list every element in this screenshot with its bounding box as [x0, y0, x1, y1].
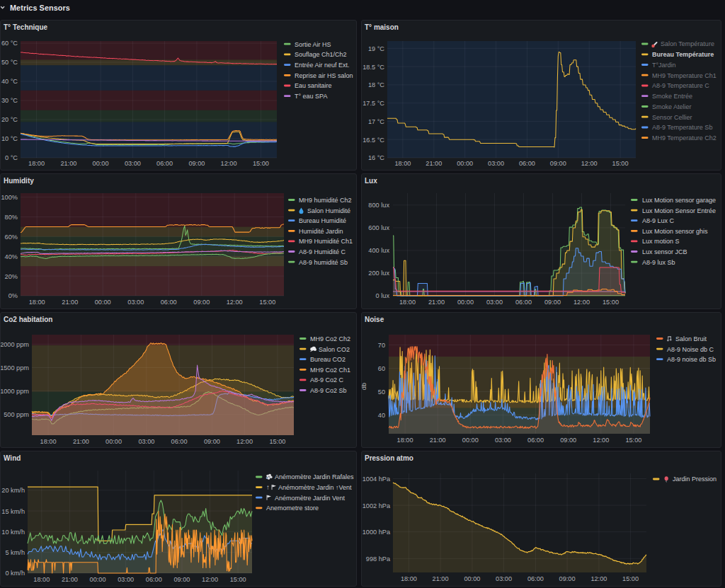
svg-text:40: 40	[378, 412, 385, 419]
svg-text:15:00: 15:00	[622, 575, 639, 582]
svg-text:12:00: 12:00	[236, 438, 253, 445]
svg-text:Humidité Jardin: Humidité Jardin	[299, 228, 343, 235]
svg-text:10 km/h: 10 km/h	[1, 529, 25, 536]
svg-text:1000 hPa: 1000 hPa	[362, 529, 391, 536]
svg-text:00:00: 00:00	[457, 299, 474, 306]
svg-text:db: db	[362, 383, 367, 390]
svg-text:A8-9 Lux C: A8-9 Lux C	[642, 217, 675, 224]
svg-text:Smoke Atelier: Smoke Atelier	[652, 103, 692, 110]
svg-text:15:00: 15:00	[269, 438, 285, 445]
svg-text:09:00: 09:00	[188, 160, 205, 167]
svg-text:03:00: 03:00	[488, 160, 504, 167]
svg-text:50: 50	[378, 388, 385, 396]
svg-text:70: 70	[378, 342, 385, 349]
svg-text:00:00: 00:00	[90, 576, 106, 583]
svg-text:03:00: 03:00	[138, 438, 154, 445]
svg-text:50 °C: 50 °C	[1, 59, 18, 66]
svg-text:30 °C: 30 °C	[1, 97, 18, 104]
svg-text:18:00: 18:00	[401, 575, 417, 582]
svg-text:Jardin Pression: Jardin Pression	[673, 475, 717, 483]
svg-text:18:00: 18:00	[394, 160, 411, 167]
svg-text:03:00: 03:00	[118, 576, 134, 583]
svg-text:20%: 20%	[5, 273, 18, 280]
svg-text:A8-9 humidité Sb: A8-9 humidité Sb	[299, 259, 348, 266]
svg-text:MH9 Humidité Ch1: MH9 Humidité Ch1	[299, 238, 353, 245]
svg-text:Salon Température: Salon Température	[661, 40, 714, 47]
svg-text:A8-9 Co2 C: A8-9 Co2 C	[310, 376, 344, 384]
svg-text:400 lux: 400 lux	[368, 247, 389, 254]
svg-text:18:00: 18:00	[29, 299, 45, 306]
svg-text:15:00: 15:00	[603, 299, 619, 306]
svg-text:MH9 Co2 Ch2: MH9 Co2 Ch2	[310, 335, 350, 342]
svg-text:A8-9 lux Sb: A8-9 lux Sb	[642, 259, 675, 266]
svg-text:09:00: 09:00	[559, 575, 576, 582]
svg-text:Co2 habitation: Co2 habitation	[4, 316, 52, 323]
svg-text:A8-9 Humidité C: A8-9 Humidité C	[299, 248, 346, 255]
svg-text:Salon Humidité: Salon Humidité	[307, 207, 350, 214]
svg-text:800 lux: 800 lux	[368, 202, 389, 209]
svg-text:40 °C: 40 °C	[1, 78, 18, 85]
svg-text:80%: 80%	[5, 214, 18, 221]
svg-text:Eau sanitaire: Eau sanitaire	[295, 82, 332, 89]
svg-text:Humidity: Humidity	[4, 177, 34, 185]
svg-text:998 hPa: 998 hPa	[366, 555, 391, 563]
svg-text:21:00: 21:00	[430, 437, 446, 444]
svg-text:00:00: 00:00	[105, 438, 122, 445]
svg-text:15:00: 15:00	[253, 160, 269, 167]
svg-text:18:00: 18:00	[397, 437, 413, 444]
svg-text:21:00: 21:00	[428, 299, 445, 306]
svg-text:00:00: 00:00	[93, 160, 109, 167]
svg-text:T° maison: T° maison	[365, 23, 399, 31]
svg-text:500 ppm: 500 ppm	[4, 411, 29, 418]
svg-text:Lux motion S: Lux motion S	[642, 238, 680, 245]
svg-text:A8-9 Temperature C: A8-9 Temperature C	[652, 82, 709, 89]
svg-text:03:00: 03:00	[496, 575, 512, 582]
svg-text:60 °C: 60 °C	[1, 40, 18, 47]
svg-text:Lux Motion sensor ghis: Lux Motion sensor ghis	[642, 228, 708, 235]
svg-text:Lux Motion sensor garage: Lux Motion sensor garage	[642, 197, 716, 204]
svg-text:Noise: Noise	[365, 316, 384, 323]
svg-text:Entrée Air neuf Ext.: Entrée Air neuf Ext.	[295, 62, 350, 69]
svg-text:09:00: 09:00	[173, 576, 190, 583]
svg-text:MH9 Temperature Ch2: MH9 Temperature Ch2	[652, 134, 717, 142]
svg-text:200 lux: 200 lux	[368, 270, 389, 277]
svg-text:Salon Bruit: Salon Bruit	[675, 335, 707, 342]
svg-text:MH9 humidité Ch2: MH9 humidité Ch2	[299, 197, 352, 204]
svg-text:60: 60	[378, 365, 385, 372]
svg-text:18:00: 18:00	[33, 576, 50, 583]
svg-text:15:00: 15:00	[625, 437, 641, 444]
svg-text:20 km/h: 20 km/h	[1, 487, 25, 494]
svg-text:1004 hPa: 1004 hPa	[362, 475, 391, 483]
svg-text:↑: ↑	[266, 483, 270, 491]
svg-text:5 km/h: 5 km/h	[5, 549, 25, 556]
svg-text:T° eau SPA: T° eau SPA	[295, 93, 327, 100]
svg-text:1000 ppm: 1000 ppm	[1, 388, 29, 395]
svg-text:60%: 60%	[5, 234, 18, 241]
svg-text:12:00: 12:00	[573, 299, 590, 306]
svg-text:09:00: 09:00	[560, 437, 576, 444]
svg-text:09:00: 09:00	[550, 160, 566, 167]
svg-text:20 °C: 20 °C	[1, 116, 18, 123]
svg-text:06:00: 06:00	[146, 576, 162, 583]
svg-text:16.5 °C: 16.5 °C	[362, 137, 384, 144]
svg-text:03:00: 03:00	[486, 299, 503, 306]
svg-text:Salon CO2: Salon CO2	[319, 346, 350, 353]
svg-text:18 °C: 18 °C	[368, 81, 384, 88]
svg-text:16 °C: 16 °C	[368, 154, 384, 161]
svg-text:Smoke Entrée: Smoke Entrée	[652, 93, 692, 100]
svg-text:10 °C: 10 °C	[1, 135, 18, 142]
svg-text:00:00: 00:00	[457, 160, 473, 167]
svg-text:MH9 Temperature Ch1: MH9 Temperature Ch1	[652, 72, 717, 79]
svg-text:03:00: 03:00	[125, 160, 141, 167]
svg-text:100%: 100%	[1, 194, 18, 201]
svg-text:Sensor Cellier: Sensor Cellier	[652, 114, 692, 121]
svg-text:Anémomètre Jardin Vent: Anémomètre Jardin Vent	[275, 495, 346, 502]
svg-text:Bureau Humidité: Bureau Humidité	[299, 217, 346, 224]
svg-text:Souflage Ch1/Ch2: Souflage Ch1/Ch2	[295, 51, 347, 58]
svg-text:15:00: 15:00	[230, 576, 246, 583]
svg-text:0 °C: 0 °C	[5, 154, 18, 161]
svg-text:0%: 0%	[8, 292, 18, 299]
svg-text:21:00: 21:00	[62, 299, 78, 306]
svg-text:18.5 °C: 18.5 °C	[362, 64, 384, 71]
svg-text:Anémomètre Jardin Rafales: Anémomètre Jardin Rafales	[275, 473, 354, 480]
